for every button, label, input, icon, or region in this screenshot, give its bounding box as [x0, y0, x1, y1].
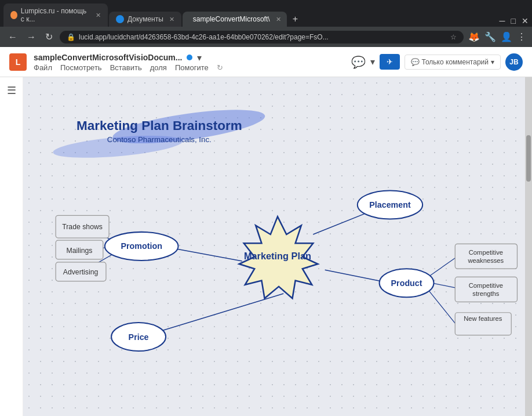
sidebar-toggle[interactable]: ☰ [0, 77, 23, 416]
minimize-button[interactable]: ─ [500, 16, 505, 26]
address-bar[interactable]: 🔒 lucid.app/lucidchart/d4263658-63bd-4c2… [60, 31, 464, 44]
browser-toolbar: ← → ↻ 🔒 lucid.app/lucidchart/d4263658-63… [0, 27, 532, 47]
tab-label-sample: sampleConvertMicrosoft\ [193, 15, 270, 23]
comment-label: Только комментарий [422, 58, 489, 66]
refresh-icon[interactable]: ↻ [217, 63, 223, 72]
comment-icon: 💬 [411, 58, 420, 66]
close-button[interactable]: ✕ [522, 16, 529, 26]
browser-chrome: Lumpics.ru - помощь с к... ✕ Документы ✕… [0, 0, 532, 47]
svg-line-6 [325, 270, 384, 281]
tab-close-sample[interactable]: ✕ [276, 16, 281, 23]
title-chevron[interactable]: ▾ [197, 52, 202, 63]
scrollbar-thumb[interactable] [526, 135, 531, 182]
svg-line-13 [425, 287, 455, 323]
tab-documents[interactable]: Документы ✕ [109, 12, 181, 27]
tab-lumpics[interactable]: Lumpics.ru - помощь с к... ✕ [3, 3, 108, 27]
canvas[interactable]: Marketing Plan Brainstorm Contoso Pharma… [23, 77, 532, 416]
profile-icon[interactable]: 🦊 [468, 31, 480, 42]
svg-text:Advertising: Advertising [63, 268, 99, 276]
dropdown-arrow[interactable]: ▾ [370, 56, 375, 67]
svg-text:Placement: Placement [369, 200, 411, 209]
maximize-button[interactable]: □ [511, 16, 516, 26]
comment-chevron: ▾ [491, 58, 494, 66]
menu-view[interactable]: Посмотреть [60, 63, 102, 72]
tab-close-lumpics[interactable]: ✕ [96, 12, 101, 19]
tab-label-documents: Документы [127, 15, 163, 23]
comment-button[interactable]: 💬 Только комментарий ▾ [405, 55, 501, 70]
svg-line-5 [313, 211, 372, 234]
svg-text:Product: Product [391, 278, 422, 288]
toolbar-icons: 🦊 🔧 👤 ⋮ [468, 31, 526, 42]
app-title: sampleConvertMicrosoftVisioDocum... [34, 53, 182, 62]
star-icon[interactable]: ☆ [450, 33, 457, 41]
send-icon: ✈ [387, 57, 393, 66]
svg-text:Promotion: Promotion [121, 242, 162, 251]
svg-text:New features: New features [464, 315, 502, 322]
tab-icon-lumpics [10, 11, 17, 19]
avatar-initials: JB [509, 58, 518, 66]
app-menu: Файл Посмотреть Вставить доля Помогите ↻ [34, 63, 344, 72]
tab-icon-documents [116, 15, 124, 23]
svg-text:Contoso Pharmaceuticals, Inc.: Contoso Pharmaceuticals, Inc. [107, 135, 212, 144]
menu-help[interactable]: Помогите [175, 63, 209, 72]
menu-share[interactable]: доля [150, 63, 167, 72]
reload-button[interactable]: ↻ [43, 30, 55, 44]
address-text: lucid.app/lucidchart/d4263658-63bd-4c26-… [79, 33, 447, 41]
logo-text: L [16, 57, 21, 67]
share-button[interactable]: ✈ [380, 54, 400, 70]
svg-text:Mailings: Mailings [67, 247, 93, 255]
back-button[interactable]: ← [6, 31, 20, 44]
tab-sample[interactable]: sampleConvertMicrosoft\ ✕ [183, 12, 287, 27]
lock-icon: 🔒 [67, 33, 75, 41]
menu-insert[interactable]: Вставить [110, 63, 142, 72]
svg-text:Competitive: Competitive [469, 282, 503, 289]
tab-close-documents[interactable]: ✕ [169, 16, 174, 23]
svg-line-7 [147, 294, 283, 335]
account-icon[interactable]: 👤 [501, 31, 512, 42]
main-area: ☰ Marketing Plan Brainstorm Contoso Phar… [0, 77, 532, 416]
tab-label-lumpics: Lumpics.ru - помощь с к... [21, 7, 90, 23]
svg-rect-29 [455, 244, 517, 269]
svg-text:Competitive: Competitive [469, 249, 503, 256]
diagram-svg: Marketing Plan Brainstorm Contoso Pharma… [23, 77, 532, 416]
scrollbar-track[interactable] [525, 77, 532, 416]
menu-icon[interactable]: ⋮ [517, 31, 526, 42]
svg-rect-32 [455, 277, 517, 302]
extensions-icon[interactable]: 🔧 [484, 31, 496, 42]
user-avatar[interactable]: JB [505, 53, 523, 71]
svg-text:Trade shows: Trade shows [62, 223, 103, 231]
app-title-area: sampleConvertMicrosoftVisioDocum... ▾ Фа… [34, 52, 344, 72]
svg-text:strengths: strengths [472, 290, 500, 297]
svg-text:Price: Price [129, 332, 149, 342]
menu-file[interactable]: Файл [34, 63, 52, 72]
tab-bar: Lumpics.ru - помощь с к... ✕ Документы ✕… [0, 0, 532, 27]
sidebar-icon: ☰ [7, 84, 16, 416]
chat-icon[interactable]: 💬 [351, 55, 366, 69]
svg-text:weaknesses: weaknesses [467, 257, 504, 264]
app-logo: L [9, 53, 27, 71]
header-actions: 💬 ▾ ✈ 💬 Только комментарий ▾ JB [351, 53, 523, 71]
forward-button[interactable]: → [24, 31, 38, 44]
center-label: Marketing Plan [244, 251, 311, 261]
sync-indicator [187, 55, 192, 60]
svg-text:Marketing Plan Brainstorm: Marketing Plan Brainstorm [76, 118, 242, 133]
new-tab-button[interactable]: + [288, 12, 303, 27]
app-header: L sampleConvertMicrosoftVisioDocum... ▾ … [0, 47, 532, 77]
